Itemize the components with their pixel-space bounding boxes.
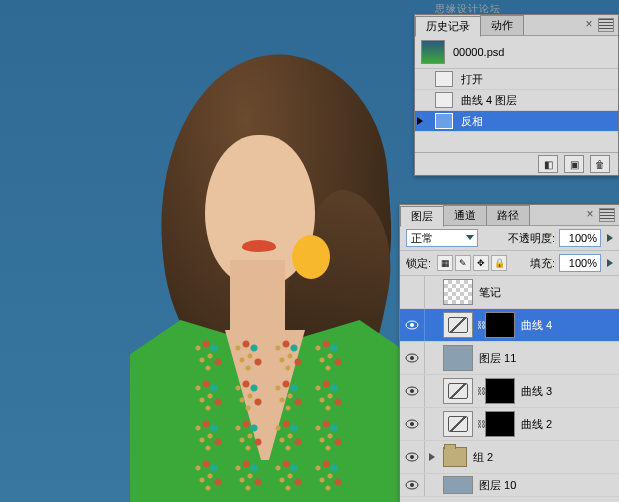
- photo-figure: [60, 30, 400, 502]
- blend-row: 正常 不透明度: 100%: [400, 226, 619, 251]
- opacity-slider-icon[interactable]: [607, 234, 613, 242]
- lock-label: 锁定:: [406, 256, 431, 271]
- adjustment-thumb[interactable]: [443, 312, 473, 338]
- layer-list: 笔记 ⛓ 曲线 4 图层 11 ⛓ 曲线 3: [400, 276, 619, 502]
- tab-layers[interactable]: 图层: [400, 206, 444, 227]
- fill-input[interactable]: 100%: [559, 254, 601, 272]
- layer-name: 曲线 4: [519, 318, 619, 333]
- tab-actions[interactable]: 动作: [480, 15, 524, 35]
- layer-icon: [435, 92, 453, 108]
- svg-point-9: [410, 455, 414, 459]
- history-footer: ◧ ▣ 🗑: [415, 152, 618, 175]
- link-icon[interactable]: ⛓: [477, 320, 485, 330]
- panel-menu-icon[interactable]: [598, 18, 614, 32]
- layer-name: 图层 11: [477, 351, 619, 366]
- layers-tabs: 图层 通道 路径 ×: [400, 205, 619, 226]
- history-list: 打开 曲线 4 图层 反相: [415, 69, 618, 132]
- opacity-input[interactable]: 100%: [559, 229, 601, 247]
- history-item[interactable]: 反相: [415, 111, 618, 132]
- history-item[interactable]: 曲线 4 图层: [415, 90, 618, 111]
- layers-panel: 图层 通道 路径 × 正常 不透明度: 100% 锁定: ▦ ✎ ✥ 🔒 填充:…: [399, 204, 619, 502]
- layer-row[interactable]: 图层 11: [400, 342, 619, 375]
- history-tabs: 历史记录 动作 ×: [415, 15, 618, 36]
- layer-mask-thumb[interactable]: [485, 411, 515, 437]
- lock-position-icon[interactable]: ✥: [473, 255, 489, 271]
- history-item-label: 曲线 4 图层: [461, 93, 517, 108]
- layer-row[interactable]: ⛓ 曲线 2: [400, 408, 619, 441]
- visibility-toggle[interactable]: [400, 375, 425, 407]
- link-icon[interactable]: ⛓: [477, 386, 485, 396]
- panel-collapse-icon[interactable]: ×: [582, 17, 596, 31]
- layer-name: 组 2: [471, 450, 619, 465]
- adjustment-thumb[interactable]: [443, 378, 473, 404]
- opacity-label: 不透明度:: [508, 231, 555, 246]
- svg-point-5: [410, 389, 414, 393]
- visibility-toggle[interactable]: [400, 309, 425, 341]
- layer-thumb[interactable]: [443, 476, 473, 494]
- opacity-value: 100%: [569, 232, 597, 244]
- fill-label: 填充:: [530, 256, 555, 271]
- history-item[interactable]: 打开: [415, 69, 618, 90]
- svg-point-3: [410, 356, 414, 360]
- create-snapshot-icon[interactable]: ◧: [538, 155, 558, 173]
- svg-point-1: [410, 323, 414, 327]
- adjustment-thumb[interactable]: [443, 411, 473, 437]
- history-item-label: 打开: [461, 72, 483, 87]
- document-thumb: [421, 40, 445, 64]
- visibility-toggle[interactable]: [400, 474, 425, 496]
- invert-icon: [435, 113, 453, 129]
- layer-row[interactable]: 图层 10: [400, 474, 619, 497]
- visibility-toggle[interactable]: [400, 408, 425, 440]
- history-current-marker: [417, 117, 423, 125]
- history-panel: 历史记录 动作 × 00000.psd 打开 曲线 4 图层 反相 ◧ ▣ 🗑: [414, 14, 619, 176]
- layer-name: 曲线 2: [519, 417, 619, 432]
- svg-point-11: [410, 483, 414, 487]
- visibility-toggle[interactable]: [400, 276, 425, 308]
- tab-history[interactable]: 历史记录: [415, 16, 481, 37]
- layer-mask-thumb[interactable]: [485, 312, 515, 338]
- layer-name: 笔记: [477, 285, 619, 300]
- fill-value: 100%: [569, 257, 597, 269]
- layer-row[interactable]: 组 2: [400, 441, 619, 474]
- new-state-icon[interactable]: ▣: [564, 155, 584, 173]
- panel-collapse-icon[interactable]: ×: [583, 207, 597, 221]
- lock-all-icon[interactable]: 🔒: [491, 255, 507, 271]
- document-name: 00000.psd: [453, 46, 504, 58]
- blend-mode-select[interactable]: 正常: [406, 229, 478, 247]
- layer-row[interactable]: ⛓ 曲线 4: [400, 309, 619, 342]
- folder-icon[interactable]: [443, 447, 467, 467]
- blend-mode-value: 正常: [411, 231, 433, 246]
- svg-point-7: [410, 422, 414, 426]
- lock-row: 锁定: ▦ ✎ ✥ 🔒 填充: 100%: [400, 251, 619, 276]
- history-document-row[interactable]: 00000.psd: [415, 36, 618, 69]
- delete-state-icon[interactable]: 🗑: [590, 155, 610, 173]
- fill-slider-icon[interactable]: [607, 259, 613, 267]
- link-icon[interactable]: ⛓: [477, 419, 485, 429]
- lock-transparency-icon[interactable]: ▦: [437, 255, 453, 271]
- open-icon: [435, 71, 453, 87]
- layer-row[interactable]: 笔记: [400, 276, 619, 309]
- layer-mask-thumb[interactable]: [485, 378, 515, 404]
- layer-thumb[interactable]: [443, 279, 473, 305]
- twirl-icon[interactable]: [429, 453, 435, 461]
- panel-menu-icon[interactable]: [599, 208, 615, 222]
- visibility-toggle[interactable]: [400, 441, 425, 473]
- tab-paths[interactable]: 路径: [486, 205, 530, 225]
- lock-pixels-icon[interactable]: ✎: [455, 255, 471, 271]
- visibility-toggle[interactable]: [400, 342, 425, 374]
- layer-name: 曲线 3: [519, 384, 619, 399]
- layer-thumb[interactable]: [443, 345, 473, 371]
- layer-name: 图层 10: [477, 478, 619, 493]
- layer-row[interactable]: ⛓ 曲线 3: [400, 375, 619, 408]
- history-item-label: 反相: [461, 114, 483, 129]
- tab-channels[interactable]: 通道: [443, 205, 487, 225]
